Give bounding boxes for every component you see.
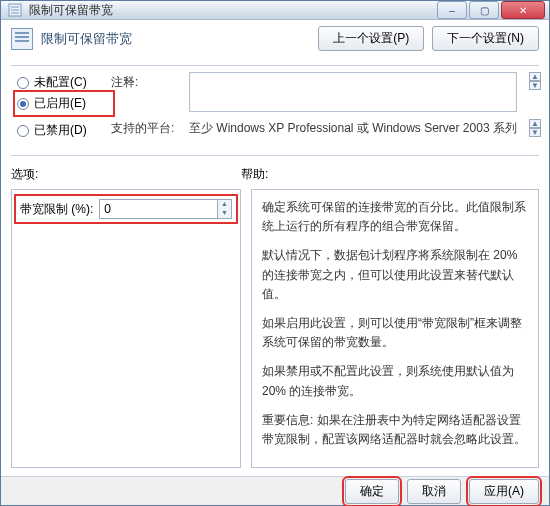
options-panel: 带宽限制 (%): 0 ▲ ▼ (11, 189, 241, 468)
radio-label: 已启用(E) (34, 95, 86, 112)
header-row: 限制可保留带宽 上一个设置(P) 下一个设置(N) (11, 26, 539, 51)
spinner[interactable]: ▲ ▼ (217, 200, 231, 218)
spin-down-icon[interactable]: ▼ (217, 209, 231, 218)
divider (11, 65, 539, 66)
help-text: 默认情况下，数据包计划程序将系统限制在 20% 的连接带宽之内，但可以使用此设置… (262, 246, 528, 304)
enabled-highlight: 已启用(E) (13, 90, 115, 117)
apply-button[interactable]: 应用(A) (469, 479, 539, 504)
comment-label: 注释: (111, 72, 181, 112)
titlebar: 限制可保留带宽 – ▢ ✕ (1, 1, 549, 20)
maximize-button[interactable]: ▢ (469, 1, 499, 19)
prev-setting-button[interactable]: 上一个设置(P) (318, 26, 424, 51)
bandwidth-limit-value: 0 (100, 202, 217, 216)
platform-label: 支持的平台: (111, 118, 181, 137)
radio-label: 未配置(C) (34, 74, 87, 91)
help-text: 确定系统可保留的连接带宽的百分比。此值限制系统上运行的所有程序的组合带宽保留。 (262, 198, 528, 236)
dialog-body: 限制可保留带宽 上一个设置(P) 下一个设置(N) 未配置(C) 已启用(E) (1, 20, 549, 476)
policy-icon (11, 28, 33, 50)
dialog-footer: 确定 取消 应用(A) (1, 476, 549, 505)
next-setting-button[interactable]: 下一个设置(N) (432, 26, 539, 51)
help-panel: 确定系统可保留的连接带宽的百分比。此值限制系统上运行的所有程序的组合带宽保留。 … (251, 189, 539, 468)
comment-scroll[interactable]: ▲▼ (529, 72, 539, 112)
ok-button[interactable]: 确定 (345, 479, 399, 504)
minimize-button[interactable]: – (437, 1, 467, 19)
comment-row: 注释: ▲▼ (111, 72, 539, 112)
radio-label: 已禁用(D) (34, 122, 87, 139)
help-label: 帮助: (241, 166, 268, 183)
options-label: 选项: (11, 166, 241, 183)
help-text: 如果启用此设置，则可以使用“带宽限制”框来调整系统可保留的带宽数量。 (262, 314, 528, 352)
policy-title: 限制可保留带宽 (41, 30, 310, 48)
lower-panels: 带宽限制 (%): 0 ▲ ▼ 确定系统可保留的连接带宽的百分比。此值限制系统上… (11, 189, 539, 468)
divider (11, 155, 539, 156)
window-controls: – ▢ ✕ (435, 1, 545, 19)
radio-circle-icon (17, 125, 29, 137)
help-text: 重要信息: 如果在注册表中为特定网络适配器设置带宽限制，配置该网络适配器时就会忽… (262, 411, 528, 449)
paper-icon (7, 2, 23, 18)
platform-scroll[interactable]: ▲▼ (529, 119, 539, 137)
platform-value: 至少 Windows XP Professional 或 Windows Ser… (189, 118, 517, 137)
close-button[interactable]: ✕ (501, 1, 545, 19)
radio-circle-icon (17, 98, 29, 110)
radio-col: 未配置(C) 已启用(E) 已禁用(D) (11, 72, 111, 141)
radio-circle-icon (17, 77, 29, 89)
platform-row: 支持的平台: 至少 Windows XP Professional 或 Wind… (111, 118, 539, 137)
section-labels: 选项: 帮助: (11, 166, 539, 183)
config-row-1: 未配置(C) 已启用(E) 已禁用(D) 注释: ▲▼ (11, 72, 539, 141)
bandwidth-limit-input[interactable]: 0 ▲ ▼ (99, 199, 232, 219)
bandwidth-limit-label: 带宽限制 (%): (20, 201, 93, 218)
dialog-window: 限制可保留带宽 – ▢ ✕ 限制可保留带宽 上一个设置(P) 下一个设置(N) … (0, 0, 550, 506)
window-title: 限制可保留带宽 (29, 2, 435, 19)
bandwidth-limit-row: 带宽限制 (%): 0 ▲ ▼ (14, 194, 238, 224)
radio-disabled[interactable]: 已禁用(D) (17, 120, 111, 141)
comment-textarea[interactable] (189, 72, 517, 112)
spin-up-icon[interactable]: ▲ (217, 200, 231, 209)
radio-enabled[interactable]: 已启用(E) (17, 93, 111, 114)
cancel-button[interactable]: 取消 (407, 479, 461, 504)
right-col: 注释: ▲▼ 支持的平台: 至少 Windows XP Professional… (111, 72, 539, 137)
help-text: 如果禁用或不配置此设置，则系统使用默认值为 20% 的连接带宽。 (262, 362, 528, 400)
nav-buttons: 上一个设置(P) 下一个设置(N) (318, 26, 539, 51)
